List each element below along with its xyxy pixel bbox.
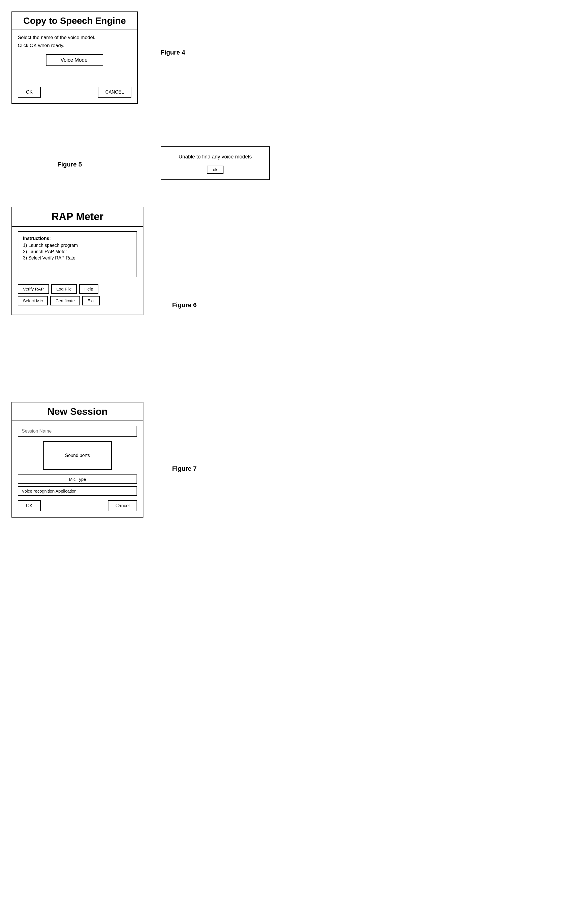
rap-buttons-row2: Select Mic Certificate Exit — [18, 296, 137, 305]
figure5-message: Unable to find any voice models — [167, 154, 263, 160]
figure4-instruction1: Select the name of the voice model. — [18, 35, 131, 41]
figure5-label: Figure 5 — [57, 161, 82, 168]
log-file-button[interactable]: Log File — [51, 284, 77, 294]
figure4-label: Figure 4 — [161, 49, 185, 56]
figure5-ok-button[interactable]: ok — [207, 166, 224, 174]
voice-recognition-button[interactable]: Voice recognition Application — [18, 486, 137, 496]
figure7-dialog-title: New Session — [12, 403, 143, 421]
figure6-dialog: RAP Meter Instructions: 1) Launch speech… — [12, 207, 144, 315]
figure4-dialog-body: Select the name of the voice model. Clic… — [12, 30, 137, 82]
figure7-dialog-body: Sound ports Mic Type Voice recognition A… — [12, 421, 143, 517]
rap-instructions-box: Instructions: 1) Launch speech program 2… — [18, 231, 137, 277]
figure5-btn-container: ok — [167, 166, 263, 174]
sound-ports-box: Sound ports — [43, 441, 112, 470]
figure6-dialog-body: Instructions: 1) Launch speech program 2… — [12, 227, 143, 315]
figure7-cancel-button[interactable]: Cancel — [108, 500, 137, 511]
figure4-cancel-button[interactable]: CANCEL — [98, 87, 131, 98]
figure4-buttons: OK CANCEL — [12, 82, 137, 103]
figure4-instruction2: Click OK when ready. — [18, 43, 131, 48]
rap-instruction2: 2) Launch RAP Meter — [23, 249, 132, 254]
figure7-label: Figure 7 — [172, 465, 197, 473]
voice-model-input[interactable]: Voice Model — [46, 54, 103, 66]
figure6-dialog-title: RAP Meter — [12, 207, 143, 227]
rap-instructions-title: Instructions: — [23, 236, 132, 241]
session-name-input[interactable] — [18, 426, 137, 436]
rap-instruction3: 3) Select Verify RAP Rate — [23, 256, 132, 261]
rap-buttons-row1: Verify RAP Log File Help — [18, 284, 137, 294]
figure4-ok-button[interactable]: OK — [18, 87, 41, 98]
page-container: Copy to Speech Engine Select the name of… — [0, 0, 568, 924]
select-mic-button[interactable]: Select Mic — [18, 296, 48, 305]
verify-rap-button[interactable]: Verify RAP — [18, 284, 49, 294]
rap-instruction1: 1) Launch speech program — [23, 243, 132, 248]
exit-button[interactable]: Exit — [82, 296, 100, 305]
figure4-dialog-title: Copy to Speech Engine — [12, 12, 137, 30]
new-session-buttons: OK Cancel — [18, 500, 137, 512]
help-button[interactable]: Help — [79, 284, 98, 294]
figure5-dialog: Unable to find any voice models ok — [161, 146, 270, 180]
certificate-button[interactable]: Certificate — [50, 296, 80, 305]
figure6-label: Figure 6 — [172, 301, 197, 309]
voice-model-container: Voice Model — [18, 54, 131, 66]
figure7-ok-button[interactable]: OK — [18, 500, 41, 511]
figure4-dialog: Copy to Speech Engine Select the name of… — [12, 12, 138, 104]
figure7-dialog: New Session Sound ports Mic Type Voice r… — [12, 402, 144, 518]
mic-type-display[interactable]: Mic Type — [18, 474, 137, 484]
